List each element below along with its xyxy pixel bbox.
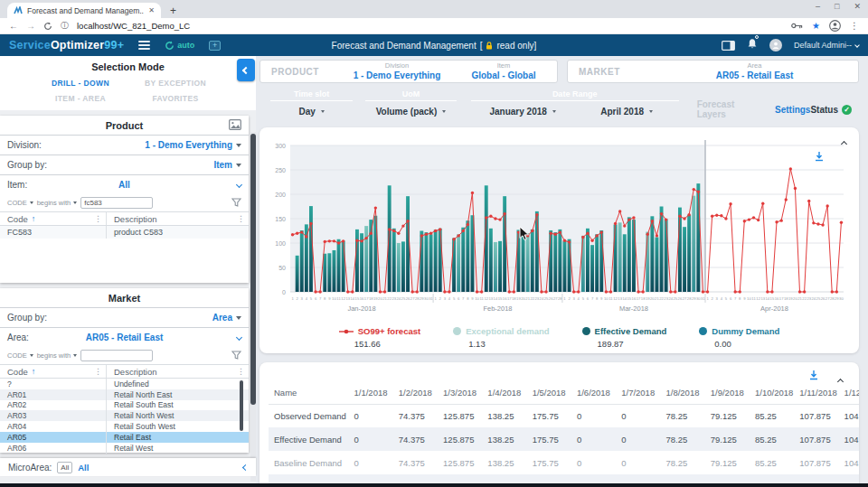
- table-row[interactable]: AR04Retail South West: [0, 421, 249, 432]
- caret-down-icon: [73, 354, 77, 357]
- reload-icon[interactable]: [43, 22, 52, 31]
- filter-field-select[interactable]: CODE: [7, 199, 33, 207]
- chart-collapse-button[interactable]: [842, 134, 846, 150]
- breadcrumb-area[interactable]: AreaAR05 - Retail East: [651, 62, 858, 80]
- user-avatar[interactable]: [769, 39, 782, 52]
- forecast-chart[interactable]: 0501001502002503001234567891011121314151…: [259, 133, 852, 323]
- caret-down-icon: [552, 110, 556, 113]
- window-close-icon[interactable]: ✕: [854, 2, 861, 11]
- filter-field-select[interactable]: CODE: [7, 351, 33, 360]
- table-row[interactable]: FC583 product C583: [0, 226, 249, 239]
- chart-download-icon[interactable]: [814, 151, 825, 162]
- breadcrumb-market[interactable]: MARKET AreaAR05 - Retail East: [567, 60, 859, 83]
- description-column-header[interactable]: Description: [114, 367, 157, 377]
- app-logo: ServiceOptimizer99+: [9, 39, 124, 52]
- mode-by-exception[interactable]: BY EXCEPTION: [128, 79, 223, 88]
- image-icon[interactable]: [229, 119, 241, 130]
- legend-dummy[interactable]: Dummy Demand 0.00: [699, 326, 779, 349]
- demand-value-cell: 138.25: [482, 427, 526, 451]
- table-row[interactable]: AR01Retail North East: [0, 389, 249, 400]
- scrollbar-thumb[interactable]: [240, 380, 243, 431]
- breadcrumb-item[interactable]: ItemGlobal - Global: [450, 62, 557, 80]
- column-menu-icon[interactable]: ⋮: [94, 214, 102, 223]
- description-column-header[interactable]: Description: [114, 214, 157, 224]
- table-row[interactable]: AR02Retail South East: [0, 400, 249, 411]
- code-column-header[interactable]: Code: [7, 367, 28, 377]
- chevron-left-icon: [242, 66, 250, 73]
- division-select[interactable]: 1 - Demo Everything: [145, 140, 241, 150]
- table-row[interactable]: Baseline Demand074.375125.875138.25175.7…: [269, 451, 859, 474]
- legend-effective[interactable]: Effective Demand 189.87: [582, 326, 667, 349]
- table-collapse-button[interactable]: [838, 371, 843, 388]
- sidebar-collapse-button[interactable]: [237, 59, 255, 81]
- filter-operator-select[interactable]: begins with: [37, 351, 78, 360]
- mode-item-area[interactable]: ITEM - AREA: [33, 94, 128, 103]
- demand-column-header: 1/5/2018: [527, 382, 571, 404]
- window-minimize-icon[interactable]: –: [816, 2, 820, 11]
- column-menu-icon[interactable]: ⋮: [237, 214, 245, 223]
- table-row[interactable]: Media Demand000000000000: [269, 474, 859, 483]
- demand-column-header: 1/4/2018: [482, 382, 526, 404]
- svg-text:5: 5: [453, 296, 456, 301]
- table-download-icon[interactable]: [808, 370, 819, 380]
- microarea-value[interactable]: All: [78, 463, 89, 473]
- demand-value-cell: 78.25: [660, 451, 704, 474]
- breadcrumb-product[interactable]: PRODUCT Division1 - Demo Everything Item…: [259, 60, 558, 83]
- svg-text:1: 1: [434, 296, 437, 301]
- add-widget-icon[interactable]: +: [209, 41, 221, 51]
- demand-value-cell: 78.25: [660, 404, 704, 427]
- user-menu[interactable]: Default Admini--: [794, 41, 859, 50]
- date-from-select[interactable]: January 2018: [471, 101, 575, 117]
- filter-funnel-icon[interactable]: [231, 198, 241, 207]
- group-by-select[interactable]: Area: [212, 313, 241, 323]
- window-maximize-icon[interactable]: □: [835, 2, 839, 11]
- chevron-left-icon[interactable]: [242, 464, 249, 470]
- legend-exceptional[interactable]: Exceptional demand 1.13: [453, 326, 549, 349]
- table-row[interactable]: AR05Retail East: [0, 432, 249, 443]
- tab-close-icon[interactable]: ✕: [148, 6, 155, 14]
- item-filter-input[interactable]: [80, 197, 153, 209]
- caret-down-icon: [30, 354, 33, 357]
- demand-column-header: 1/9/2018: [705, 382, 750, 404]
- area-description-cell: Retail South East: [107, 400, 249, 411]
- group-by-select[interactable]: Item: [213, 160, 241, 170]
- filter-funnel-icon[interactable]: [231, 351, 241, 360]
- new-tab-button[interactable]: +: [170, 5, 176, 16]
- forward-icon[interactable]: →: [26, 22, 35, 31]
- browser-tab[interactable]: Forecast and Demand Managem... ✕: [7, 3, 161, 18]
- panel-toggle-icon[interactable]: [722, 41, 735, 51]
- column-menu-icon[interactable]: ⋮: [237, 367, 245, 376]
- column-menu-icon[interactable]: ⋮: [94, 367, 102, 376]
- caret-down-icon: [73, 201, 77, 204]
- date-to-select[interactable]: April 2018: [575, 101, 679, 117]
- password-key-icon[interactable]: [791, 22, 803, 30]
- table-row[interactable]: AR03Retail North West: [0, 410, 249, 421]
- back-icon[interactable]: ←: [9, 22, 18, 31]
- notifications-bell-icon[interactable]: [747, 37, 758, 53]
- table-row[interactable]: Observed Demand074.375125.875138.25175.7…: [269, 404, 859, 427]
- table-row[interactable]: AR06Retail West: [0, 443, 249, 454]
- settings-link[interactable]: Settings: [775, 105, 810, 115]
- table-row[interactable]: Effective Demand074.375125.875138.25175.…: [269, 427, 859, 451]
- url-text[interactable]: localhost/WC_821_Demo_LC: [77, 21, 190, 31]
- item-selected-value[interactable]: All: [0, 180, 249, 190]
- bookmark-star-icon[interactable]: ★: [812, 21, 820, 31]
- browser-menu-icon[interactable]: ⋮: [850, 22, 859, 31]
- menu-hamburger-icon[interactable]: [138, 41, 150, 50]
- demand-value-cell: 107.875: [794, 404, 838, 427]
- breadcrumb-division[interactable]: Division1 - Demo Everything: [344, 62, 450, 80]
- table-row[interactable]: ?Undefined: [0, 379, 249, 389]
- area-selected-value[interactable]: AR05 - Retail East: [0, 332, 249, 342]
- mode-favorites[interactable]: FAVORITES: [128, 94, 223, 103]
- code-column-header[interactable]: Code: [7, 214, 28, 224]
- auto-refresh-button[interactable]: auto: [165, 41, 194, 51]
- demand-value-cell: 74.375: [393, 451, 438, 474]
- time-slot-select[interactable]: Day: [298, 101, 324, 117]
- browser-profile-icon[interactable]: [829, 20, 841, 32]
- site-info-icon[interactable]: ⓘ: [61, 22, 69, 30]
- uom-select[interactable]: Volume (pack): [376, 101, 447, 117]
- legend-forecast[interactable]: SO99+ forecast 151.66: [339, 326, 420, 349]
- filter-operator-select[interactable]: begins with: [37, 199, 78, 207]
- mode-drill-down[interactable]: DRILL - DOWN: [33, 79, 128, 88]
- area-filter-input[interactable]: [80, 350, 153, 361]
